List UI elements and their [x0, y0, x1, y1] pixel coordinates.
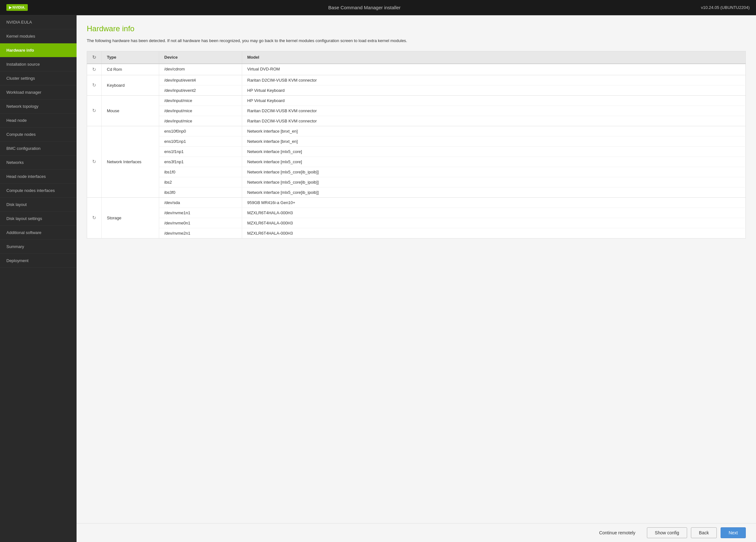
- row-model: Network interface [bnxt_en]: [242, 126, 746, 136]
- row-model: Network interface [mlx5_core]: [242, 157, 746, 167]
- table-row: ↻Network Interfacesens10f0np0Network int…: [87, 126, 746, 136]
- row-model: Virtual DVD-ROM: [242, 64, 746, 75]
- col-header-refresh: ↻: [87, 51, 102, 64]
- sidebar: NVIDIA EULAKernel modulesHardware infoIn…: [0, 15, 77, 542]
- row-model: Network interface [mlx5_core[ib_ipoib]]: [242, 167, 746, 177]
- row-device: /dev/sda: [159, 197, 242, 208]
- sidebar-item-summary[interactable]: Summary: [0, 240, 77, 254]
- app-title: Base Command Manager installer: [328, 5, 401, 10]
- content-area: Hardware info The following hardware has…: [77, 15, 756, 542]
- row-device: /dev/input/event4: [159, 75, 242, 85]
- row-model: Network interface [mlx5_core[ib_ipoib]]: [242, 187, 746, 197]
- row-refresh-icon[interactable]: ↻: [92, 108, 96, 113]
- row-device: /dev/nvme1n1: [159, 208, 242, 218]
- col-header-model: Model: [242, 51, 746, 64]
- sidebar-item-disk-layout[interactable]: Disk layout: [0, 198, 77, 212]
- row-model: Network interface [bnxt_en]: [242, 136, 746, 146]
- hardware-table: ↻ Type Device Model ↻Cd Rom/dev/cdromVir…: [87, 51, 746, 239]
- row-device: ibs2: [159, 177, 242, 187]
- next-button[interactable]: Next: [721, 527, 746, 538]
- table-row: ens10f1np1Network interface [bnxt_en]: [87, 136, 746, 146]
- table-refresh-icon[interactable]: ↻: [92, 55, 96, 60]
- row-device: ens1f1np1: [159, 146, 242, 157]
- row-type: Network Interfaces: [102, 126, 159, 197]
- row-model: MZXLR6T4HALA-000H3: [242, 228, 746, 238]
- row-refresh-icon[interactable]: ↻: [92, 159, 96, 164]
- row-device: /dev/input/mice: [159, 116, 242, 126]
- row-device: /dev/input/event2: [159, 85, 242, 95]
- nvidia-logo: ▶ NVIDIA.: [6, 4, 28, 11]
- table-row: /dev/nvme2n1MZXLR6T4HALA-000H3: [87, 228, 746, 238]
- table-row: /dev/input/miceRaritan D2CIM-VUSB KVM co…: [87, 106, 746, 116]
- row-device: /dev/input/mice: [159, 95, 242, 106]
- sidebar-item-bmc-configuration[interactable]: BMC configuration: [0, 142, 77, 156]
- show-config-button[interactable]: Show config: [647, 527, 687, 538]
- row-type: Keyboard: [102, 75, 159, 95]
- row-model: MZXLR6T4HALA-000H3: [242, 218, 746, 228]
- sidebar-item-networks[interactable]: Networks: [0, 156, 77, 170]
- table-row: ↻Cd Rom/dev/cdromVirtual DVD-ROM: [87, 64, 746, 75]
- row-device: ens10f1np1: [159, 136, 242, 146]
- table-row: ens3f1np1Network interface [mlx5_core]: [87, 157, 746, 167]
- sidebar-item-head-node[interactable]: Head node: [0, 114, 77, 128]
- content-scroll: Hardware info The following hardware has…: [77, 15, 756, 523]
- row-device: /dev/input/mice: [159, 106, 242, 116]
- table-row: /dev/nvme1n1MZXLR6T4HALA-000H3: [87, 208, 746, 218]
- row-device: /dev/nvme2n1: [159, 228, 242, 238]
- row-device: ibs1f0: [159, 167, 242, 177]
- sidebar-item-network-topology[interactable]: Network topology: [0, 100, 77, 114]
- row-model: Raritan D2CIM-VUSB KVM connector: [242, 75, 746, 85]
- app-version: v10.24.05 (UBUNTU2204): [701, 5, 750, 10]
- page-title: Hardware info: [87, 24, 746, 33]
- sidebar-item-kernel-modules[interactable]: Kernel modules: [0, 29, 77, 43]
- row-model: Network interface [mlx5_core[ib_ipoib]]: [242, 177, 746, 187]
- continue-remotely-button[interactable]: Continue remotely: [591, 528, 643, 538]
- sidebar-item-workload-manager[interactable]: Workload manager: [0, 85, 77, 100]
- table-row: ↻Mouse/dev/input/miceHP Virtual Keyboard: [87, 95, 746, 106]
- row-device: ens10f0np0: [159, 126, 242, 136]
- row-model: Raritan D2CIM-VUSB KVM connector: [242, 106, 746, 116]
- sidebar-item-cluster-settings[interactable]: Cluster settings: [0, 71, 77, 85]
- row-type: Mouse: [102, 95, 159, 126]
- page-description: The following hardware has been detected…: [87, 38, 746, 44]
- table-row: /dev/input/miceRaritan D2CIM-VUSB KVM co…: [87, 116, 746, 126]
- row-model: HP Virtual Keyboard: [242, 85, 746, 95]
- row-model: MZXLR6T4HALA-000H3: [242, 208, 746, 218]
- col-header-device: Device: [159, 51, 242, 64]
- sidebar-item-nvidia-eula[interactable]: NVIDIA EULA: [0, 15, 77, 29]
- table-row: ↻Storage/dev/sda959GB MR416i-a Gen10+: [87, 197, 746, 208]
- footer-bar: Continue remotely Show config Back Next: [77, 523, 756, 542]
- table-row: ↻Keyboard/dev/input/event4Raritan D2CIM-…: [87, 75, 746, 85]
- main-layout: NVIDIA EULAKernel modulesHardware infoIn…: [0, 15, 756, 542]
- row-device: /dev/cdrom: [159, 64, 242, 75]
- table-row: /dev/nvme0n1MZXLR6T4HALA-000H3: [87, 218, 746, 228]
- row-model: HP Virtual Keyboard: [242, 95, 746, 106]
- sidebar-item-hardware-info[interactable]: Hardware info: [0, 43, 77, 57]
- row-refresh-icon[interactable]: ↻: [92, 67, 96, 72]
- sidebar-item-additional-software[interactable]: Additional software: [0, 226, 77, 240]
- row-device: /dev/nvme0n1: [159, 218, 242, 228]
- table-row: ibs3f0Network interface [mlx5_core[ib_ip…: [87, 187, 746, 197]
- sidebar-item-compute-nodes-interfaces[interactable]: Compute nodes interfaces: [0, 184, 77, 198]
- sidebar-item-disk-layout-settings[interactable]: Disk layout settings: [0, 212, 77, 226]
- row-refresh-icon[interactable]: ↻: [92, 82, 96, 88]
- row-type: Cd Rom: [102, 64, 159, 75]
- row-device: ens3f1np1: [159, 157, 242, 167]
- sidebar-item-installation-source[interactable]: Installation source: [0, 57, 77, 71]
- sidebar-item-head-node-interfaces[interactable]: Head node interfaces: [0, 170, 77, 184]
- table-row: /dev/input/event2HP Virtual Keyboard: [87, 85, 746, 95]
- row-device: ibs3f0: [159, 187, 242, 197]
- table-row: ens1f1np1Network interface [mlx5_core]: [87, 146, 746, 157]
- row-model: Raritan D2CIM-VUSB KVM connector: [242, 116, 746, 126]
- title-bar: ▶ NVIDIA. Base Command Manager installer…: [0, 0, 756, 15]
- row-model: 959GB MR416i-a Gen10+: [242, 197, 746, 208]
- row-refresh-icon[interactable]: ↻: [92, 215, 96, 220]
- logo-area: ▶ NVIDIA.: [6, 4, 28, 11]
- table-row: ibs1f0Network interface [mlx5_core[ib_ip…: [87, 167, 746, 177]
- sidebar-item-compute-nodes[interactable]: Compute nodes: [0, 128, 77, 142]
- row-type: Storage: [102, 197, 159, 238]
- col-header-type: Type: [102, 51, 159, 64]
- back-button[interactable]: Back: [691, 527, 717, 538]
- table-row: ibs2Network interface [mlx5_core[ib_ipoi…: [87, 177, 746, 187]
- sidebar-item-deployment[interactable]: Deployment: [0, 254, 77, 268]
